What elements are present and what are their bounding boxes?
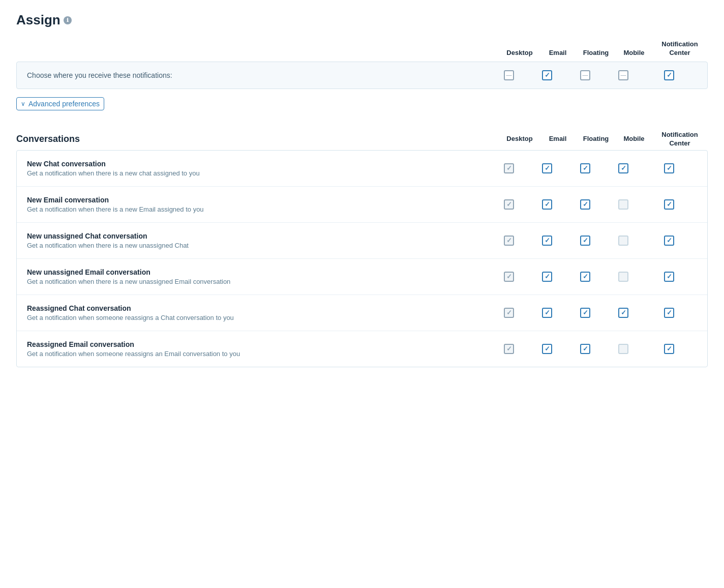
info-icon[interactable]: ℹ <box>64 16 72 24</box>
row-notification-center-cell <box>641 199 697 210</box>
col-desktop: Desktop <box>499 49 540 57</box>
title-text: Assign <box>16 12 61 28</box>
row-desc: Get a notification when someone reassign… <box>27 314 489 321</box>
row-floating-checkbox[interactable] <box>580 163 590 173</box>
table-row: New Email conversation Get a notificatio… <box>17 187 707 223</box>
row-floating-checkbox[interactable] <box>580 272 590 282</box>
row-mobile-checkbox[interactable] <box>618 163 628 173</box>
row-notification-center-checkbox[interactable] <box>664 199 674 210</box>
row-email-checkbox[interactable] <box>542 344 552 354</box>
row-desktop-cell <box>489 272 529 282</box>
row-desktop-checkbox[interactable] <box>504 199 514 210</box>
row-content: Reassigned Email conversation Get a noti… <box>27 340 489 358</box>
row-mobile-checkbox[interactable] <box>618 199 628 210</box>
row-floating-checkbox[interactable] <box>580 199 590 210</box>
row-email-checkbox[interactable] <box>542 308 552 318</box>
row-mobile-cell <box>606 272 641 282</box>
col-floating: Floating <box>576 49 616 57</box>
col-email: Email <box>540 49 576 57</box>
row-notification-center-cell <box>641 308 697 318</box>
row-title: Reassigned Email conversation <box>27 340 489 348</box>
conv-col-notification-center: NotificationCenter <box>652 131 708 148</box>
row-content: New Chat conversation Get a notification… <box>27 160 489 177</box>
conversations-table: New Chat conversation Get a notification… <box>16 150 708 367</box>
row-notification-center-checkbox[interactable] <box>664 272 674 282</box>
global-desktop-cell <box>489 70 529 80</box>
row-desc: Get a notification when there is a new u… <box>27 242 489 249</box>
row-mobile-cell <box>606 308 641 318</box>
row-notification-center-checkbox[interactable] <box>664 236 674 246</box>
row-desktop-cell <box>489 199 529 210</box>
conv-col-email: Email <box>540 135 576 143</box>
advanced-preferences-label: Advanced preferences <box>28 100 100 108</box>
row-title: New Chat conversation <box>27 160 489 168</box>
row-title: New Email conversation <box>27 196 489 204</box>
row-content: New unassigned Email conversation Get a … <box>27 268 489 285</box>
row-desktop-checkbox[interactable] <box>504 344 514 354</box>
row-mobile-checkbox[interactable] <box>618 344 628 354</box>
row-notification-center-cell <box>641 163 697 173</box>
global-email-cell <box>529 70 565 80</box>
global-mobile-cell <box>606 70 641 80</box>
global-desktop-checkbox[interactable] <box>504 70 514 80</box>
row-floating-checkbox[interactable] <box>580 344 590 354</box>
global-email-checkbox[interactable] <box>542 70 552 80</box>
conv-col-floating: Floating <box>576 135 616 143</box>
global-floating-checkbox[interactable] <box>580 70 590 80</box>
row-floating-cell <box>565 308 606 318</box>
global-floating-cell <box>565 70 606 80</box>
row-floating-cell <box>565 344 606 354</box>
row-mobile-cell <box>606 163 641 173</box>
conv-col-mobile: Mobile <box>616 135 652 143</box>
row-title: New unassigned Chat conversation <box>27 232 489 240</box>
row-desc: Get a notification when someone reassign… <box>27 350 489 358</box>
row-desktop-checkbox[interactable] <box>504 272 514 282</box>
advanced-preferences-toggle[interactable]: ∨ Advanced preferences <box>16 97 104 110</box>
row-desktop-checkbox[interactable] <box>504 308 514 318</box>
row-notification-center-checkbox[interactable] <box>664 344 674 354</box>
chevron-down-icon: ∨ <box>21 100 25 107</box>
row-notification-center-cell <box>641 344 697 354</box>
row-mobile-checkbox[interactable] <box>618 236 628 246</box>
row-mobile-cell <box>606 199 641 210</box>
row-mobile-checkbox[interactable] <box>618 272 628 282</box>
page-title: Assign ℹ <box>16 12 708 28</box>
row-notification-center-checkbox[interactable] <box>664 163 674 173</box>
row-desktop-checkbox[interactable] <box>504 236 514 246</box>
global-notification-section: Choose where you receive these notificat… <box>16 62 708 89</box>
global-notification-center-checkbox[interactable] <box>664 70 674 80</box>
conversations-title: Conversations <box>16 134 499 144</box>
row-desktop-checkbox[interactable] <box>504 163 514 173</box>
row-notification-center-cell <box>641 272 697 282</box>
row-email-checkbox[interactable] <box>542 272 552 282</box>
row-desktop-cell <box>489 236 529 246</box>
table-row: Reassigned Chat conversation Get a notif… <box>17 295 707 331</box>
row-floating-cell <box>565 236 606 246</box>
row-email-cell <box>529 308 565 318</box>
row-floating-checkbox[interactable] <box>580 236 590 246</box>
row-mobile-checkbox[interactable] <box>618 308 628 318</box>
row-notification-center-checkbox[interactable] <box>664 308 674 318</box>
row-email-cell <box>529 163 565 173</box>
global-notification-row: Choose where you receive these notificat… <box>17 62 707 89</box>
col-notification-center: NotificationCenter <box>652 40 708 57</box>
row-notification-center-cell <box>641 236 697 246</box>
row-floating-cell <box>565 163 606 173</box>
row-email-checkbox[interactable] <box>542 199 552 210</box>
row-email-cell <box>529 272 565 282</box>
row-title: Reassigned Chat conversation <box>27 304 489 312</box>
row-email-cell <box>529 199 565 210</box>
row-mobile-cell <box>606 236 641 246</box>
row-desc: Get a notification when there is a new E… <box>27 205 489 213</box>
row-email-checkbox[interactable] <box>542 163 552 173</box>
row-desktop-cell <box>489 163 529 173</box>
row-content: New unassigned Chat conversation Get a n… <box>27 232 489 249</box>
table-row: New Chat conversation Get a notification… <box>17 151 707 187</box>
row-desktop-cell <box>489 344 529 354</box>
global-row-label: Choose where you receive these notificat… <box>27 71 489 79</box>
col-mobile: Mobile <box>616 49 652 57</box>
row-email-checkbox[interactable] <box>542 236 552 246</box>
row-content: Reassigned Chat conversation Get a notif… <box>27 304 489 321</box>
row-floating-checkbox[interactable] <box>580 308 590 318</box>
global-mobile-checkbox[interactable] <box>618 70 628 80</box>
